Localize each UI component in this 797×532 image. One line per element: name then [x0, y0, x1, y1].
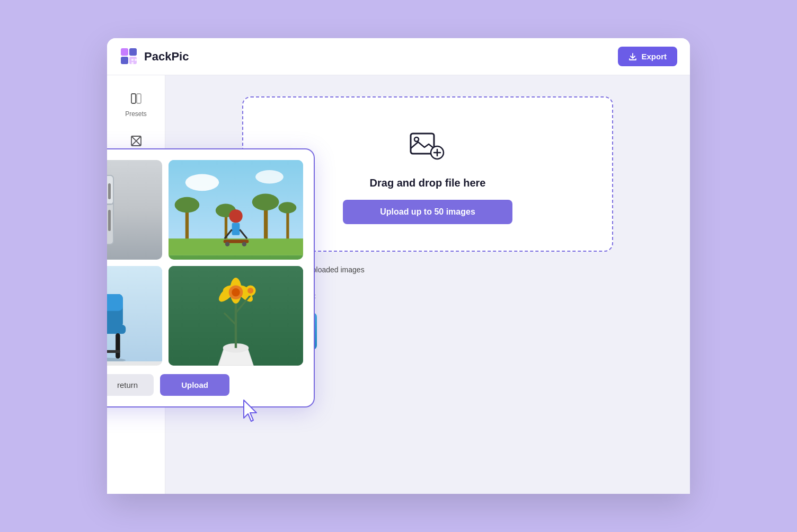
- svg-rect-47: [116, 333, 120, 359]
- grid-image-flower: [169, 266, 303, 366]
- svg-rect-4: [131, 59, 134, 61]
- grid-image-skater: [169, 160, 303, 260]
- background-icon: [130, 135, 143, 150]
- header: PackPic Export: [107, 38, 690, 75]
- grid-image-fridge: [107, 160, 162, 260]
- drag-drop-text: Drag and drop file here: [370, 177, 486, 189]
- svg-rect-2: [121, 57, 128, 64]
- svg-rect-6: [131, 62, 134, 64]
- app-title: PackPic: [144, 50, 189, 64]
- upload-button[interactable]: Upload up to 50 images: [343, 200, 512, 224]
- main-content: Presets Backgr...: [107, 75, 690, 494]
- svg-point-62: [247, 288, 253, 294]
- svg-rect-0: [121, 48, 128, 56]
- svg-point-59: [232, 288, 240, 296]
- svg-point-41: [242, 242, 246, 246]
- presets-icon: [130, 92, 143, 108]
- svg-point-35: [229, 209, 242, 223]
- svg-point-24: [185, 174, 219, 191]
- svg-rect-45: [107, 325, 126, 334]
- file-picker-popup: return Upload: [107, 149, 314, 406]
- upload-panel: Drag and drop file here Upload up to 50 …: [165, 75, 690, 494]
- svg-point-33: [278, 202, 296, 213]
- svg-point-27: [175, 197, 200, 213]
- grid-image-chair: [107, 266, 162, 366]
- svg-point-31: [252, 193, 279, 210]
- popup-upload-button[interactable]: Upload: [160, 374, 229, 396]
- svg-rect-20: [108, 183, 111, 199]
- export-icon: [628, 52, 637, 61]
- packpic-logo-icon: [120, 47, 139, 66]
- presets-label: Presets: [125, 110, 147, 118]
- svg-rect-36: [232, 223, 240, 235]
- chair-svg: [107, 266, 162, 361]
- svg-rect-1: [129, 48, 137, 56]
- fridge-svg: [107, 173, 119, 247]
- svg-rect-19: [107, 203, 113, 205]
- cursor-icon: [242, 399, 261, 422]
- flower-svg: [169, 266, 303, 366]
- logo-area: PackPic: [120, 47, 189, 66]
- upload-images-icon: [406, 124, 449, 166]
- image-grid: [107, 160, 303, 366]
- svg-point-13: [414, 137, 419, 141]
- svg-rect-5: [135, 59, 137, 61]
- svg-rect-21: [108, 210, 111, 231]
- app-window: PackPic Export Presets: [107, 38, 690, 494]
- svg-rect-48: [107, 350, 120, 353]
- svg-point-40: [225, 242, 229, 246]
- svg-rect-44: [107, 294, 123, 311]
- export-button[interactable]: Export: [618, 47, 677, 66]
- sidebar-item-presets[interactable]: Presets: [112, 86, 160, 124]
- popup-buttons: return Upload: [107, 374, 303, 396]
- return-button[interactable]: return: [107, 374, 154, 396]
- svg-rect-8: [137, 94, 141, 103]
- svg-point-25: [255, 170, 284, 183]
- svg-rect-7: [131, 94, 136, 103]
- skater-svg: [169, 160, 303, 255]
